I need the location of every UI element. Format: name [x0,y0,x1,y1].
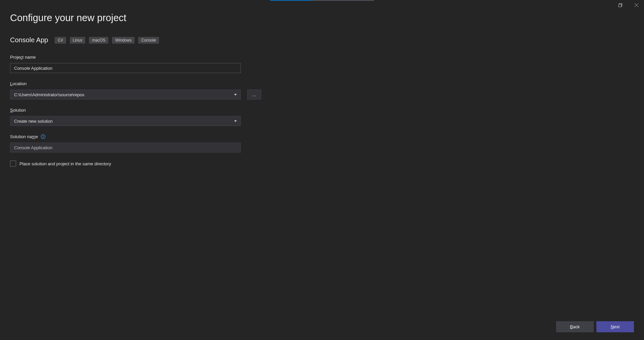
tag-macos: macOS [89,37,108,44]
svg-rect-0 [619,4,621,7]
location-group: Location C:\Users\Administrator\source\r… [10,81,634,100]
project-name-label: Project name [10,55,634,60]
next-button[interactable]: Next [596,321,634,332]
top-accent [270,0,374,1]
project-name-input[interactable] [10,63,241,73]
solution-label: Solution [10,108,634,113]
location-dropdown[interactable]: C:\Users\Administrator\source\repos [10,90,241,100]
back-button[interactable]: Back [556,321,594,332]
svg-rect-4 [43,136,44,138]
close-icon [635,3,638,7]
content: Configure your new project Console App C… [0,0,644,167]
chevron-down-icon [234,94,237,96]
footer-buttons: Back Next [556,321,634,332]
template-tags: C# Linux macOS Windows Console [55,37,159,44]
location-value: C:\Users\Administrator\source\repos [14,92,85,97]
window-controls [612,0,644,10]
same-directory-row: Place solution and project in the same d… [10,161,634,167]
same-directory-label: Place solution and project in the same d… [19,161,111,166]
info-icon[interactable] [41,134,46,139]
project-name-group: Project name [10,55,634,73]
solution-group: Solution Create new solution [10,108,634,126]
chevron-down-icon [234,120,237,122]
tag-windows: Windows [112,37,135,44]
browse-button[interactable]: ... [247,90,261,100]
tag-linux: Linux [70,37,86,44]
tag-console: Console [138,37,159,44]
close-button[interactable] [629,0,644,10]
location-label: Location [10,81,634,86]
solution-name-label: Solution name [10,134,38,139]
location-row: C:\Users\Administrator\source\repos ... [10,90,634,100]
solution-value: Create new solution [14,119,53,124]
same-directory-checkbox[interactable] [10,161,16,167]
maximize-button[interactable] [612,0,628,10]
page-title: Configure your new project [10,12,634,23]
maximize-icon [619,3,622,7]
template-row: Console App C# Linux macOS Windows Conso… [10,36,634,44]
solution-dropdown[interactable]: Create new solution [10,116,241,126]
tag-csharp: C# [55,37,66,44]
solution-name-input[interactable] [10,143,241,153]
svg-point-5 [43,135,44,136]
template-name: Console App [10,36,48,44]
solution-name-group: Solution name [10,134,634,153]
